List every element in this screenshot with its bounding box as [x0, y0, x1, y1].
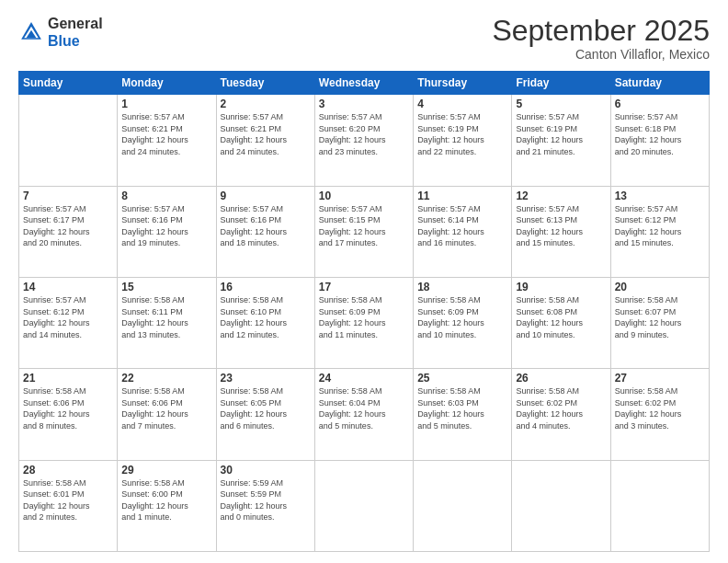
cell-info: Sunrise: 5:58 AM Sunset: 6:02 PM Dayligh…: [615, 385, 705, 431]
table-row: [414, 460, 512, 551]
table-row: 7Sunrise: 5:57 AM Sunset: 6:17 PM Daylig…: [19, 186, 118, 277]
day-number: 21: [23, 372, 113, 385]
table-row: 13Sunrise: 5:57 AM Sunset: 6:12 PM Dayli…: [610, 186, 709, 277]
table-row: 9Sunrise: 5:57 AM Sunset: 6:16 PM Daylig…: [216, 186, 314, 277]
logo-text: General Blue: [48, 15, 103, 50]
calendar-week-row: 1Sunrise: 5:57 AM Sunset: 6:21 PM Daylig…: [19, 95, 710, 186]
cell-info: Sunrise: 5:58 AM Sunset: 6:08 PM Dayligh…: [516, 294, 606, 340]
cell-info: Sunrise: 5:57 AM Sunset: 6:21 PM Dayligh…: [221, 111, 311, 157]
col-thursday: Thursday: [414, 72, 512, 95]
cell-info: Sunrise: 5:57 AM Sunset: 6:20 PM Dayligh…: [319, 111, 409, 157]
table-row: 11Sunrise: 5:57 AM Sunset: 6:14 PM Dayli…: [414, 186, 512, 277]
table-row: 8Sunrise: 5:57 AM Sunset: 6:16 PM Daylig…: [118, 186, 216, 277]
col-wednesday: Wednesday: [314, 72, 413, 95]
cell-info: Sunrise: 5:57 AM Sunset: 6:15 PM Dayligh…: [319, 203, 409, 249]
day-number: 4: [417, 98, 507, 110]
cell-info: Sunrise: 5:58 AM Sunset: 6:11 PM Dayligh…: [121, 294, 211, 340]
day-number: 9: [221, 190, 311, 202]
day-number: 16: [221, 281, 311, 293]
cell-info: Sunrise: 5:58 AM Sunset: 6:09 PM Dayligh…: [319, 294, 409, 340]
calendar-header-row: Sunday Monday Tuesday Wednesday Thursday…: [19, 72, 710, 95]
cell-info: Sunrise: 5:57 AM Sunset: 6:16 PM Dayligh…: [121, 203, 211, 249]
day-number: 6: [615, 98, 705, 110]
header: General Blue September 2025 Canton Villa…: [18, 15, 710, 62]
cell-info: Sunrise: 5:57 AM Sunset: 6:21 PM Dayligh…: [121, 111, 211, 157]
day-number: 2: [221, 98, 311, 110]
calendar-table: Sunday Monday Tuesday Wednesday Thursday…: [18, 71, 710, 552]
table-row: 28Sunrise: 5:58 AM Sunset: 6:01 PM Dayli…: [19, 460, 118, 551]
table-row: 19Sunrise: 5:58 AM Sunset: 6:08 PM Dayli…: [512, 277, 610, 368]
day-number: 5: [516, 98, 606, 110]
logo: General Blue: [18, 15, 103, 50]
table-row: 29Sunrise: 5:58 AM Sunset: 6:00 PM Dayli…: [118, 460, 216, 551]
calendar-week-row: 14Sunrise: 5:57 AM Sunset: 6:12 PM Dayli…: [19, 277, 710, 368]
table-row: 18Sunrise: 5:58 AM Sunset: 6:09 PM Dayli…: [414, 277, 512, 368]
table-row: 24Sunrise: 5:58 AM Sunset: 6:04 PM Dayli…: [314, 369, 413, 460]
cell-info: Sunrise: 5:58 AM Sunset: 6:06 PM Dayligh…: [23, 385, 113, 431]
table-row: 5Sunrise: 5:57 AM Sunset: 6:19 PM Daylig…: [512, 95, 610, 186]
day-number: 26: [516, 372, 606, 385]
table-row: 26Sunrise: 5:58 AM Sunset: 6:02 PM Dayli…: [512, 369, 610, 460]
title-block: September 2025 Canton Villaflor, Mexico: [492, 15, 710, 62]
table-row: [512, 460, 610, 551]
table-row: 14Sunrise: 5:57 AM Sunset: 6:12 PM Dayli…: [19, 277, 118, 368]
location: Canton Villaflor, Mexico: [492, 47, 710, 62]
table-row: 30Sunrise: 5:59 AM Sunset: 5:59 PM Dayli…: [216, 460, 314, 551]
cell-info: Sunrise: 5:57 AM Sunset: 6:16 PM Dayligh…: [221, 203, 311, 249]
month-title: September 2025: [492, 15, 710, 47]
cell-info: Sunrise: 5:57 AM Sunset: 6:19 PM Dayligh…: [417, 111, 507, 157]
day-number: 19: [516, 281, 606, 293]
col-monday: Monday: [118, 72, 216, 95]
day-number: 12: [516, 190, 606, 202]
table-row: 25Sunrise: 5:58 AM Sunset: 6:03 PM Dayli…: [414, 369, 512, 460]
day-number: 30: [221, 464, 311, 477]
day-number: 20: [615, 281, 705, 293]
table-row: [314, 460, 413, 551]
table-row: 27Sunrise: 5:58 AM Sunset: 6:02 PM Dayli…: [610, 369, 709, 460]
table-row: 16Sunrise: 5:58 AM Sunset: 6:10 PM Dayli…: [216, 277, 314, 368]
cell-info: Sunrise: 5:57 AM Sunset: 6:17 PM Dayligh…: [23, 203, 113, 249]
col-friday: Friday: [512, 72, 610, 95]
page: General Blue September 2025 Canton Villa…: [0, 0, 728, 563]
col-tuesday: Tuesday: [216, 72, 314, 95]
calendar-week-row: 7Sunrise: 5:57 AM Sunset: 6:17 PM Daylig…: [19, 186, 710, 277]
cell-info: Sunrise: 5:57 AM Sunset: 6:18 PM Dayligh…: [615, 111, 705, 157]
table-row: [19, 95, 118, 186]
cell-info: Sunrise: 5:57 AM Sunset: 6:19 PM Dayligh…: [516, 111, 606, 157]
cell-info: Sunrise: 5:58 AM Sunset: 6:01 PM Dayligh…: [23, 477, 113, 523]
day-number: 8: [121, 190, 211, 202]
logo-icon: [18, 19, 44, 45]
day-number: 3: [319, 98, 409, 110]
cell-info: Sunrise: 5:58 AM Sunset: 6:04 PM Dayligh…: [319, 385, 409, 431]
table-row: 12Sunrise: 5:57 AM Sunset: 6:13 PM Dayli…: [512, 186, 610, 277]
day-number: 28: [23, 464, 113, 477]
table-row: [610, 460, 709, 551]
calendar-week-row: 28Sunrise: 5:58 AM Sunset: 6:01 PM Dayli…: [19, 460, 710, 551]
day-number: 24: [319, 372, 409, 385]
calendar-week-row: 21Sunrise: 5:58 AM Sunset: 6:06 PM Dayli…: [19, 369, 710, 460]
table-row: 23Sunrise: 5:58 AM Sunset: 6:05 PM Dayli…: [216, 369, 314, 460]
cell-info: Sunrise: 5:58 AM Sunset: 6:06 PM Dayligh…: [121, 385, 211, 431]
col-sunday: Sunday: [19, 72, 118, 95]
cell-info: Sunrise: 5:58 AM Sunset: 6:09 PM Dayligh…: [417, 294, 507, 340]
cell-info: Sunrise: 5:58 AM Sunset: 6:05 PM Dayligh…: [221, 385, 311, 431]
day-number: 22: [121, 372, 211, 385]
table-row: 15Sunrise: 5:58 AM Sunset: 6:11 PM Dayli…: [118, 277, 216, 368]
cell-info: Sunrise: 5:58 AM Sunset: 6:03 PM Dayligh…: [417, 385, 507, 431]
day-number: 17: [319, 281, 409, 293]
day-number: 1: [121, 98, 211, 110]
table-row: 3Sunrise: 5:57 AM Sunset: 6:20 PM Daylig…: [314, 95, 413, 186]
day-number: 15: [121, 281, 211, 293]
table-row: 6Sunrise: 5:57 AM Sunset: 6:18 PM Daylig…: [610, 95, 709, 186]
table-row: 2Sunrise: 5:57 AM Sunset: 6:21 PM Daylig…: [216, 95, 314, 186]
day-number: 25: [417, 372, 507, 385]
day-number: 29: [121, 464, 211, 477]
cell-info: Sunrise: 5:57 AM Sunset: 6:12 PM Dayligh…: [615, 203, 705, 249]
day-number: 7: [23, 190, 113, 202]
table-row: 21Sunrise: 5:58 AM Sunset: 6:06 PM Dayli…: [19, 369, 118, 460]
table-row: 4Sunrise: 5:57 AM Sunset: 6:19 PM Daylig…: [414, 95, 512, 186]
table-row: 22Sunrise: 5:58 AM Sunset: 6:06 PM Dayli…: [118, 369, 216, 460]
day-number: 10: [319, 190, 409, 202]
table-row: 17Sunrise: 5:58 AM Sunset: 6:09 PM Dayli…: [314, 277, 413, 368]
day-number: 11: [417, 190, 507, 202]
